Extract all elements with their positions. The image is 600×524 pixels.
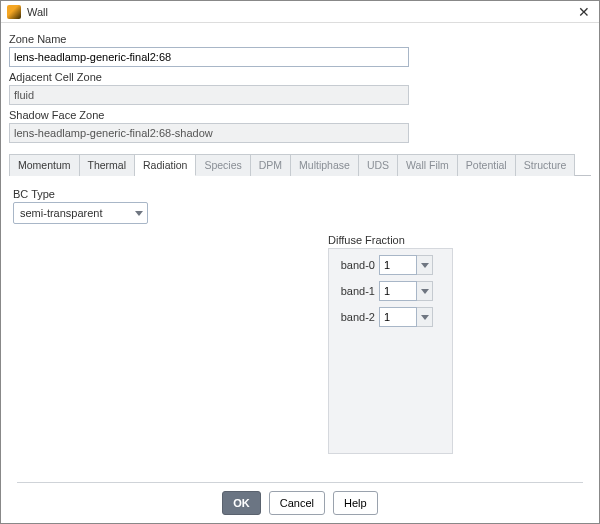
chevron-down-icon <box>421 315 429 320</box>
help-button[interactable]: Help <box>333 491 378 515</box>
diffuse-row-spinner <box>379 255 433 275</box>
app-icon <box>7 5 21 19</box>
diffuse-row: band-1 <box>335 281 446 301</box>
tab-momentum[interactable]: Momentum <box>9 154 80 176</box>
bc-type-dropdown[interactable]: semi-transparent <box>13 202 148 224</box>
tab-structure[interactable]: Structure <box>516 154 576 176</box>
bc-type-value: semi-transparent <box>20 207 103 219</box>
tab-content-radiation: BC Type semi-transparent Diffuse Fractio… <box>9 176 591 482</box>
wall-dialog: Wall ✕ Zone Name Adjacent Cell Zone Shad… <box>0 0 600 524</box>
diffuse-fraction-panel: band-0 band-1 band <box>328 248 453 454</box>
diffuse-row: band-0 <box>335 255 446 275</box>
tab-thermal[interactable]: Thermal <box>80 154 136 176</box>
band-1-stepper[interactable] <box>417 281 433 301</box>
band-0-input[interactable] <box>379 255 417 275</box>
shadow-face-zone-label: Shadow Face Zone <box>9 109 591 121</box>
tab-uds[interactable]: UDS <box>359 154 398 176</box>
tab-wall-film[interactable]: Wall Film <box>398 154 458 176</box>
tab-radiation[interactable]: Radiation <box>135 154 196 176</box>
dialog-footer: OK Cancel Help <box>17 482 583 523</box>
diffuse-row-label: band-1 <box>335 285 375 297</box>
content-area: Zone Name Adjacent Cell Zone Shadow Face… <box>1 23 599 523</box>
tab-potential[interactable]: Potential <box>458 154 516 176</box>
tab-species[interactable]: Species <box>196 154 250 176</box>
chevron-down-icon <box>421 263 429 268</box>
diffuse-row-label: band-2 <box>335 311 375 323</box>
window-title: Wall <box>27 6 48 18</box>
diffuse-fraction-header: Diffuse Fraction <box>328 234 453 246</box>
diffuse-row: band-2 <box>335 307 446 327</box>
diffuse-row-spinner <box>379 307 433 327</box>
band-0-stepper[interactable] <box>417 255 433 275</box>
diffuse-fraction-section: Diffuse Fraction band-0 band-1 <box>328 234 453 454</box>
bc-type-label: BC Type <box>13 188 587 200</box>
tab-bar: Momentum Thermal Radiation Species DPM M… <box>9 153 591 176</box>
close-icon[interactable]: ✕ <box>575 3 593 21</box>
shadow-face-zone-input <box>9 123 409 143</box>
diffuse-row-spinner <box>379 281 433 301</box>
band-1-input[interactable] <box>379 281 417 301</box>
adjacent-cell-zone-label: Adjacent Cell Zone <box>9 71 591 83</box>
band-2-stepper[interactable] <box>417 307 433 327</box>
titlebar: Wall ✕ <box>1 1 599 23</box>
chevron-down-icon <box>135 211 143 216</box>
zone-name-label: Zone Name <box>9 33 591 45</box>
tab-dpm[interactable]: DPM <box>251 154 291 176</box>
band-2-input[interactable] <box>379 307 417 327</box>
ok-button[interactable]: OK <box>222 491 261 515</box>
zone-name-input[interactable] <box>9 47 409 67</box>
tab-multiphase[interactable]: Multiphase <box>291 154 359 176</box>
diffuse-row-label: band-0 <box>335 259 375 271</box>
chevron-down-icon <box>421 289 429 294</box>
adjacent-cell-zone-input <box>9 85 409 105</box>
cancel-button[interactable]: Cancel <box>269 491 325 515</box>
